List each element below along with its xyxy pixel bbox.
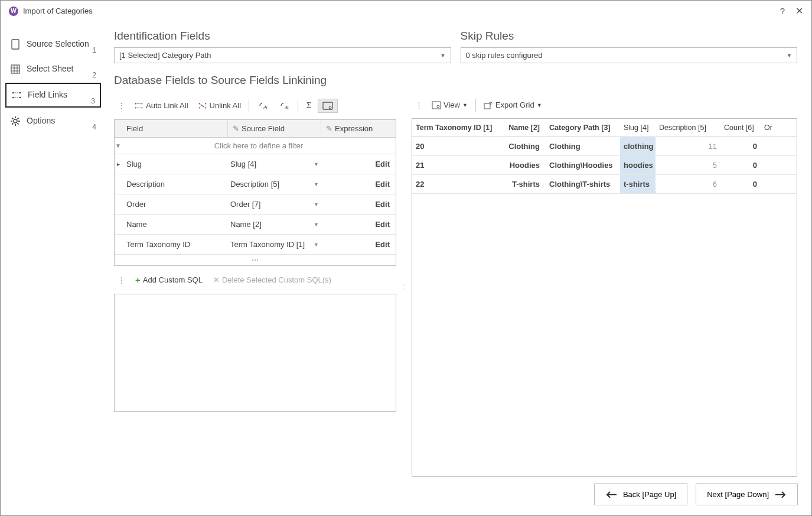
svg-point-7 — [12, 97, 14, 99]
link-row[interactable]: DescriptionDescription [5]▼Edit — [115, 174, 396, 194]
preview-col-name[interactable]: Name [2] — [502, 119, 543, 137]
preview-row[interactable]: 20ClothingClothingclothing110 — [412, 137, 797, 156]
gear-icon — [10, 116, 21, 126]
field-cell: Name — [122, 215, 228, 234]
link-row[interactable]: Term Taxonomy IDTerm Taxonomy ID [1]▼Edi… — [115, 235, 396, 255]
add-custom-sql-button[interactable]: + Add Custom SQL — [131, 272, 207, 288]
delete-custom-sql-button[interactable]: ✕ Delete Selected Custom SQL(s) — [209, 272, 335, 287]
drag-handle-icon[interactable]: ⋮ — [412, 100, 426, 109]
help-button[interactable]: ? — [780, 6, 785, 16]
svg-point-9 — [19, 97, 21, 99]
chevron-down-icon[interactable]: ▼ — [314, 222, 319, 228]
link-row[interactable]: NameName [2]▼Edit — [115, 215, 396, 235]
custom-sql-area[interactable] — [114, 294, 396, 412]
preview-col-order[interactable]: Or — [761, 119, 777, 137]
column-expression[interactable]: ✎Expression — [321, 120, 396, 137]
view-dropdown[interactable]: View ▼ — [428, 98, 472, 112]
svg-point-12 — [14, 119, 17, 123]
step-label: Source Selection — [27, 39, 96, 48]
edit-expression-button[interactable]: Edit — [321, 235, 396, 254]
svg-point-23 — [141, 103, 142, 104]
chevron-down-icon[interactable]: ▼ — [314, 242, 319, 248]
identification-dropdown[interactable]: [1 Selected] Category Path ▼ — [114, 47, 451, 63]
chevron-down-icon[interactable]: ▼ — [314, 202, 319, 207]
preview-col-desc[interactable]: Description [5] — [656, 119, 720, 137]
svg-text:×: × — [286, 105, 289, 111]
skiprules-dropdown[interactable]: 0 skip rules configured ▼ — [461, 47, 798, 63]
svg-point-8 — [19, 92, 21, 94]
source-cell[interactable]: Name [2]▼ — [228, 215, 321, 234]
field-cell: Slug — [122, 154, 228, 174]
preview-col-id[interactable]: Term Taxonomy ID [1] — [412, 119, 502, 137]
dropdown-value: 0 skip rules configured — [466, 51, 543, 60]
step-number: 4 — [92, 123, 96, 131]
splitter-handle[interactable]: ⋮ — [402, 95, 406, 477]
auto-link-all-button[interactable]: Auto Link All — [130, 98, 193, 113]
unlink-all-button[interactable]: Unlink All — [194, 98, 245, 113]
chevron-down-icon[interactable]: ▼ — [314, 181, 319, 187]
drag-handle-icon[interactable]: ⋮ — [114, 275, 129, 284]
svg-point-38 — [437, 105, 439, 108]
export-grid-dropdown[interactable]: Export Grid ▼ — [480, 98, 546, 112]
pencil-icon: ✎ — [233, 124, 239, 133]
step-number: 2 — [92, 71, 96, 79]
link-row[interactable]: ▸SlugSlug [4]▼Edit — [115, 154, 396, 174]
document-icon — [10, 39, 21, 50]
step-number: 3 — [91, 97, 95, 105]
linking-toolbar: ⋮ Auto Link All Unlink All + × Σ — [114, 95, 396, 119]
preview-col-count[interactable]: Count [6] — [720, 119, 761, 137]
link-row[interactable]: OrderOrder [7]▼Edit — [115, 194, 396, 215]
svg-point-29 — [205, 103, 206, 104]
step-label: Select Sheet — [27, 64, 96, 73]
edit-expression-button[interactable]: Edit — [321, 194, 396, 214]
svg-rect-39 — [484, 103, 490, 109]
step-select-sheet[interactable]: Select Sheet 2 — [5, 58, 101, 80]
back-button[interactable]: Back [Page Up] — [594, 483, 687, 505]
svg-point-22 — [135, 107, 136, 108]
preview-row[interactable]: 21HoodiesClothing\Hoodieshoodies50 — [412, 156, 797, 175]
edit-expression-button[interactable]: Edit — [321, 174, 396, 194]
column-field[interactable]: Field — [122, 120, 228, 137]
svg-rect-1 — [11, 65, 19, 73]
step-number: 1 — [92, 46, 96, 54]
svg-rect-0 — [12, 40, 19, 49]
preview-row[interactable]: 22T-shirtsClothing\T-shirtst-shirts60 — [412, 175, 797, 194]
source-cell[interactable]: Order [7]▼ — [228, 194, 321, 214]
field-cell: Order — [122, 194, 228, 214]
source-cell[interactable]: Slug [4]▼ — [228, 154, 321, 174]
step-field-links[interactable]: Field Links 3 — [5, 83, 101, 108]
edit-expression-button[interactable]: Edit — [321, 154, 396, 174]
arrow-left-icon — [605, 491, 617, 499]
next-button[interactable]: Next [Page Down] — [696, 483, 798, 505]
links-icon — [11, 90, 22, 100]
resize-handle-icon[interactable]: ⋯ — [115, 255, 396, 265]
step-source-selection[interactable]: Source Selection 1 — [5, 33, 101, 56]
chevron-down-icon: ▼ — [787, 53, 792, 59]
edit-expression-button[interactable]: Edit — [321, 215, 396, 234]
preview-col-path[interactable]: Category Path [3] — [543, 119, 620, 137]
filter-row[interactable]: ▼ Click here to define a filter — [115, 138, 396, 154]
drag-handle-icon[interactable]: ⋮ — [114, 101, 129, 110]
title-bar: W Import of Categories ? ✕ — [1, 1, 811, 21]
step-label: Field Links — [28, 90, 95, 99]
source-cell[interactable]: Description [5]▼ — [228, 174, 321, 194]
step-options[interactable]: Options 4 — [5, 110, 101, 132]
filter-icon: ▼ — [115, 139, 122, 152]
svg-point-24 — [141, 107, 142, 108]
chevron-down-icon[interactable]: ▼ — [314, 161, 319, 167]
link-remove-button[interactable]: × — [274, 98, 294, 113]
field-cell: Description — [122, 174, 228, 194]
preview-col-slug[interactable]: Slug [4] — [620, 119, 656, 137]
svg-line-20 — [18, 118, 19, 119]
svg-point-6 — [12, 92, 14, 94]
svg-point-21 — [135, 103, 136, 104]
linking-title: Database Fields to Source Fields Linkini… — [114, 74, 797, 87]
identification-title: Identification Fields — [114, 30, 451, 43]
link-add-button[interactable]: + — [253, 98, 273, 113]
column-source[interactable]: ✎Source Field — [228, 120, 321, 137]
source-cell[interactable]: Term Taxonomy ID [1]▼ — [228, 235, 321, 254]
plus-icon: + — [135, 275, 141, 285]
close-button[interactable]: ✕ — [795, 5, 803, 17]
preview-toggle-button[interactable] — [318, 99, 338, 113]
sigma-button[interactable]: Σ — [302, 98, 317, 113]
